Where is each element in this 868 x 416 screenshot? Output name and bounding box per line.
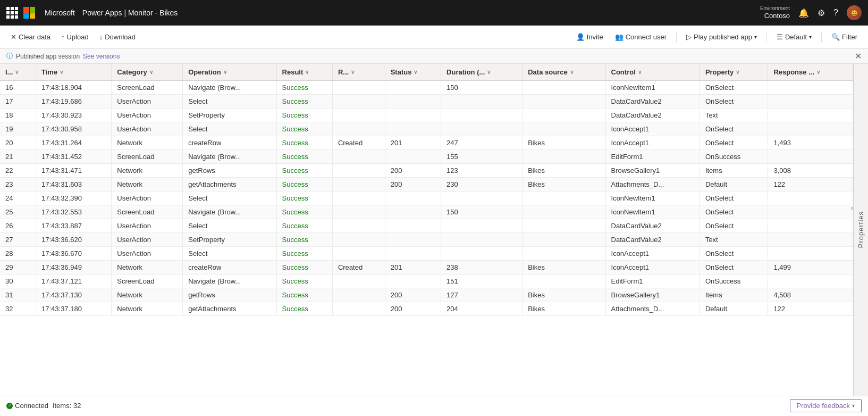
- table-cell: Success: [276, 288, 332, 302]
- properties-side-panel[interactable]: Properties ‹: [853, 64, 868, 396]
- environment-label: Environment: [760, 5, 790, 12]
- connect-user-button[interactable]: 👥 Connect user: [611, 31, 671, 43]
- table-row[interactable]: 2517:43:32.553ScreenLoadNavigate (Brow..…: [0, 205, 853, 219]
- table-cell: [523, 219, 605, 233]
- download-icon: ↓: [99, 33, 103, 41]
- table-cell: Success: [276, 150, 332, 164]
- table-cell: 200: [385, 288, 441, 302]
- table-cell: 247: [441, 136, 523, 150]
- table-cell: Success: [276, 274, 332, 288]
- table-cell: 200: [385, 302, 441, 316]
- table-cell: [768, 274, 853, 288]
- table-row[interactable]: 2317:43:31.603NetworkgetAttachmentsSucce…: [0, 178, 853, 192]
- col-header-status[interactable]: Status∨: [385, 64, 441, 81]
- table-cell: IconAccept1: [605, 261, 700, 274]
- see-versions-link[interactable]: See versions: [83, 53, 120, 60]
- table-row[interactable]: 3217:43:37.180NetworkgetAttachmentsSucce…: [0, 302, 853, 316]
- table-body: 1617:43:18.904ScreenLoadNavigate (Brow..…: [0, 81, 853, 316]
- table-row[interactable]: 2117:43:31.452ScreenLoadNavigate (Brow..…: [0, 150, 853, 164]
- col-header-response[interactable]: Response ...∨: [768, 64, 853, 81]
- filter-button[interactable]: 🔍 Filter: [827, 31, 862, 43]
- info-text: Published app session: [16, 53, 80, 60]
- table-row[interactable]: 2217:43:31.471NetworkgetRowsSuccess20012…: [0, 164, 853, 178]
- table-cell: IconNewItem1: [605, 205, 700, 219]
- col-header-id[interactable]: I...∨: [0, 64, 36, 81]
- col-header-duration[interactable]: Duration (...∨: [441, 64, 523, 81]
- col-header-datasource[interactable]: Data source∨: [523, 64, 605, 81]
- table-cell: [385, 247, 441, 261]
- table-row[interactable]: 2417:43:32.390UserActionSelectSuccessIco…: [0, 192, 853, 205]
- upload-button[interactable]: ↑ Upload: [57, 31, 93, 43]
- filter-icon: 🔍: [831, 33, 840, 41]
- feedback-button[interactable]: Provide feedback ▾: [790, 399, 862, 412]
- col-header-time[interactable]: Time∨: [36, 64, 112, 81]
- table-cell: [441, 247, 523, 261]
- table-cell: 17:43:36.620: [36, 233, 112, 247]
- table-cell: 23: [0, 178, 36, 192]
- download-button[interactable]: ↓ Download: [95, 31, 140, 43]
- table-row[interactable]: 1717:43:19.686UserActionSelectSuccessDat…: [0, 95, 853, 109]
- microsoft-label: Microsoft: [45, 9, 75, 17]
- table-cell: 26: [0, 219, 36, 233]
- table-cell: 16: [0, 81, 36, 95]
- table-row[interactable]: 1617:43:18.904ScreenLoadNavigate (Brow..…: [0, 81, 853, 95]
- table-cell: OnSuccess: [700, 150, 768, 164]
- table-cell: [523, 274, 605, 288]
- table-row[interactable]: 2017:43:31.264NetworkcreateRowSuccessCre…: [0, 136, 853, 150]
- filter-label: Filter: [842, 33, 857, 41]
- table-cell: 30: [0, 274, 36, 288]
- upload-label: Upload: [66, 33, 88, 41]
- table-cell: [385, 122, 441, 136]
- table-cell: IconAccept1: [605, 136, 700, 150]
- table-cell: 17:43:30.923: [36, 109, 112, 122]
- table-cell: UserAction: [112, 122, 183, 136]
- avatar[interactable]: 😀: [847, 5, 862, 20]
- default-button[interactable]: ☰ Default ▾: [772, 31, 816, 43]
- table-cell: Success: [276, 178, 332, 192]
- col-header-property[interactable]: Property∨: [700, 64, 768, 81]
- waffle-icon[interactable]: [6, 7, 18, 19]
- help-icon[interactable]: ?: [833, 8, 838, 18]
- table-cell: Navigate (Brow...: [183, 81, 276, 95]
- table-cell: [385, 81, 441, 95]
- table-row[interactable]: 2717:43:36.620UserActionSetPropertySucce…: [0, 233, 853, 247]
- table-cell: Network: [112, 178, 183, 192]
- table-row[interactable]: 3117:43:37.130NetworkgetRowsSuccess20012…: [0, 288, 853, 302]
- play-published-app-button[interactable]: ▷ Play published app ▾: [682, 31, 761, 43]
- clear-data-button[interactable]: ✕ Clear data: [6, 31, 55, 43]
- table-cell: [385, 233, 441, 247]
- table-cell: UserAction: [112, 247, 183, 261]
- invite-label: Invite: [587, 33, 603, 41]
- table-row[interactable]: 3017:43:37.121ScreenLoadNavigate (Brow..…: [0, 274, 853, 288]
- table-row[interactable]: 2617:43:33.887UserActionSelectSuccessDat…: [0, 219, 853, 233]
- table-cell: [332, 164, 385, 178]
- invite-button[interactable]: 👤 Invite: [572, 31, 608, 43]
- info-bar-close-button[interactable]: ✕: [855, 51, 862, 61]
- col-header-result[interactable]: Result∨: [276, 64, 332, 81]
- table-cell: 28: [0, 247, 36, 261]
- table-cell: [332, 247, 385, 261]
- table-cell: OnSelect: [700, 122, 768, 136]
- table-row[interactable]: 1917:43:30.958UserActionSelectSuccessIco…: [0, 122, 853, 136]
- col-header-operation[interactable]: Operation∨: [183, 64, 276, 81]
- col-header-category[interactable]: Category∨: [112, 64, 183, 81]
- notification-icon[interactable]: 🔔: [798, 8, 809, 18]
- table-cell: 17:43:31.264: [36, 136, 112, 150]
- table-cell: [768, 95, 853, 109]
- settings-icon[interactable]: ⚙: [818, 8, 825, 18]
- col-header-control[interactable]: Control∨: [605, 64, 700, 81]
- table-cell: [441, 219, 523, 233]
- table-scroll[interactable]: I...∨ Time∨ Category∨ Operation∨ Result∨…: [0, 64, 853, 396]
- table-cell: Success: [276, 219, 332, 233]
- table-row[interactable]: 1817:43:30.923UserActionSetPropertySucce…: [0, 109, 853, 122]
- table-cell: 19: [0, 122, 36, 136]
- table-row[interactable]: 2817:43:36.670UserActionSelectSuccessIco…: [0, 247, 853, 261]
- table-cell: UserAction: [112, 219, 183, 233]
- table-cell: Bikes: [523, 178, 605, 192]
- table-cell: [768, 150, 853, 164]
- table-cell: Network: [112, 164, 183, 178]
- table-row[interactable]: 2917:43:36.949NetworkcreateRowSuccessCre…: [0, 261, 853, 274]
- table-cell: 151: [441, 274, 523, 288]
- table-cell: OnSelect: [700, 95, 768, 109]
- col-header-r[interactable]: R...∨: [332, 64, 385, 81]
